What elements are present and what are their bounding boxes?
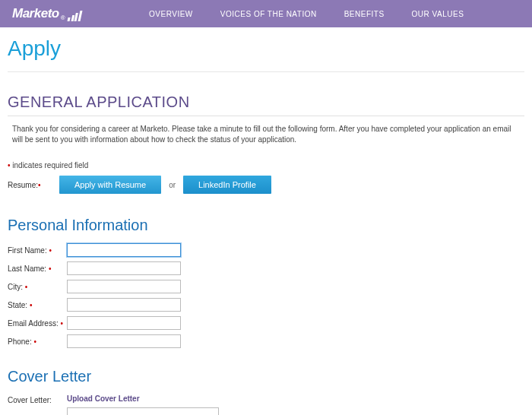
city-label: City: • xyxy=(8,283,67,291)
required-star-icon: • xyxy=(8,161,11,169)
nav-overview[interactable]: OVERVIEW xyxy=(149,10,193,18)
city-row: City: • xyxy=(8,280,524,293)
email-label: Email Address: • xyxy=(8,319,67,328)
brand-name: Marketo xyxy=(12,6,59,21)
email-input[interactable] xyxy=(67,316,181,330)
bars-icon xyxy=(67,11,81,21)
brand-logo[interactable]: Marketo ® xyxy=(12,6,81,21)
state-input[interactable] xyxy=(67,298,181,312)
required-note-text: indicates required field xyxy=(12,161,88,169)
page-title: Apply xyxy=(8,36,524,61)
cover-row: Cover Letter: Upload Cover Letter xyxy=(8,394,524,415)
cover-input-wrap: Upload Cover Letter xyxy=(67,394,219,415)
nav-voices[interactable]: VOICES OF THE NATION xyxy=(220,10,317,18)
required-star-icon: • xyxy=(38,181,41,189)
nav-values[interactable]: OUR VALUES xyxy=(412,10,464,18)
last-name-label: Last Name: • xyxy=(8,265,67,273)
phone-row: Phone: • xyxy=(8,334,524,348)
personal-heading: Personal Information xyxy=(8,217,524,234)
city-input[interactable] xyxy=(67,280,181,293)
cover-heading: Cover Letter xyxy=(8,368,524,385)
first-name-label: First Name: • xyxy=(8,246,67,255)
general-heading: GENERAL APPLICATION xyxy=(8,93,524,116)
phone-label: Phone: • xyxy=(8,337,67,346)
last-name-input[interactable] xyxy=(67,261,181,275)
resume-label: Resume:• xyxy=(8,181,52,189)
state-row: State: • xyxy=(8,298,524,312)
last-name-row: Last Name: • xyxy=(8,261,524,275)
or-separator: or xyxy=(169,181,176,189)
page-body: Apply GENERAL APPLICATION Thank you for … xyxy=(0,27,532,415)
required-note: • indicates required field xyxy=(8,161,524,169)
resume-row: Resume:• Apply with Resume or LinkedIn P… xyxy=(8,176,524,194)
apply-with-resume-button[interactable]: Apply with Resume xyxy=(59,176,161,194)
first-name-row: First Name: • xyxy=(8,243,524,257)
phone-input[interactable] xyxy=(67,334,181,348)
cover-letter-textarea[interactable] xyxy=(67,407,219,415)
top-navbar: Marketo ® OVERVIEW VOICES OF THE NATION … xyxy=(0,0,532,27)
intro-text: Thank you for considering a career at Ma… xyxy=(8,124,524,144)
title-separator xyxy=(8,71,524,72)
linkedin-profile-button[interactable]: LinkedIn Profile xyxy=(183,176,271,194)
upload-cover-letter-link[interactable]: Upload Cover Letter xyxy=(67,394,219,403)
brand-registered: ® xyxy=(61,14,65,21)
state-label: State: • xyxy=(8,301,67,309)
email-row: Email Address: • xyxy=(8,316,524,330)
first-name-input[interactable] xyxy=(67,243,181,257)
nav-benefits[interactable]: BENEFITS xyxy=(344,10,385,18)
primary-nav: OVERVIEW VOICES OF THE NATION BENEFITS O… xyxy=(149,10,464,18)
cover-letter-section: Cover Letter Cover Letter: Upload Cover … xyxy=(8,368,524,415)
cover-label: Cover Letter: xyxy=(8,394,62,404)
